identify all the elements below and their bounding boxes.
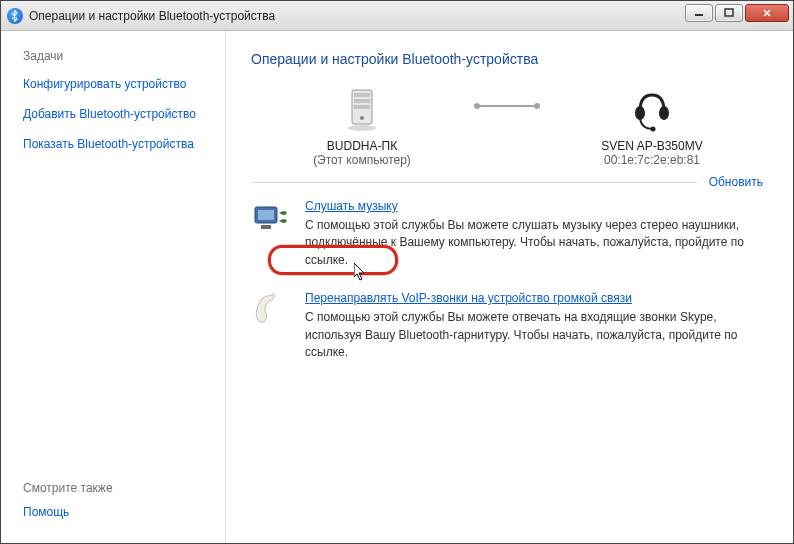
local-device-name: BUDDHA-ПК bbox=[277, 139, 447, 153]
voip-service-icon bbox=[251, 291, 291, 331]
computer-icon bbox=[338, 85, 386, 133]
svg-point-9 bbox=[659, 106, 669, 120]
service-music: Слушать музыку С помощью этой службы Вы … bbox=[251, 199, 763, 269]
local-device-sub: (Этот компьютер) bbox=[277, 153, 447, 167]
service-voip-link[interactable]: Перенаправлять VoIP-звонки на устройство… bbox=[305, 291, 632, 305]
remote-device-name: SVEN AP-B350MV bbox=[567, 139, 737, 153]
svg-point-10 bbox=[651, 127, 656, 132]
headset-icon bbox=[628, 85, 676, 133]
sidebar-item-help[interactable]: Помощь bbox=[23, 505, 211, 519]
window-title: Операции и настройки Bluetooth-устройств… bbox=[29, 9, 275, 23]
bluetooth-icon bbox=[7, 8, 23, 24]
see-also-header: Смотрите также bbox=[23, 481, 211, 495]
refresh-link[interactable]: Обновить bbox=[709, 175, 763, 189]
remote-device-mac: 00:1e:7c:2e:eb:81 bbox=[567, 153, 737, 167]
maximize-button[interactable] bbox=[715, 4, 743, 22]
service-music-link[interactable]: Слушать музыку bbox=[305, 199, 398, 213]
tasks-header: Задачи bbox=[23, 49, 211, 63]
divider bbox=[251, 182, 697, 183]
service-voip: Перенаправлять VoIP-звонки на устройство… bbox=[251, 291, 763, 361]
remote-device: SVEN AP-B350MV 00:1e:7c:2e:eb:81 bbox=[567, 85, 737, 167]
connection-line bbox=[477, 105, 537, 107]
svg-point-8 bbox=[635, 106, 645, 120]
svg-rect-3 bbox=[354, 93, 370, 97]
svg-rect-1 bbox=[725, 9, 733, 16]
page-heading: Операции и настройки Bluetooth-устройств… bbox=[251, 51, 763, 67]
sidebar-item-configure[interactable]: Конфигурировать устройство bbox=[23, 77, 211, 91]
svg-point-6 bbox=[360, 116, 364, 120]
svg-rect-4 bbox=[354, 99, 370, 103]
service-music-desc: С помощью этой службы Вы можете слушать … bbox=[305, 217, 763, 269]
sidebar-item-add[interactable]: Добавить Bluetooth-устройство bbox=[23, 107, 211, 121]
svg-rect-0 bbox=[695, 14, 703, 16]
window-controls bbox=[685, 4, 789, 22]
sidebar: Задачи Конфигурировать устройство Добави… bbox=[1, 31, 226, 543]
svg-rect-12 bbox=[258, 210, 274, 220]
service-voip-desc: С помощью этой службы Вы можете отвечать… bbox=[305, 309, 763, 361]
minimize-button[interactable] bbox=[685, 4, 713, 22]
sidebar-item-show[interactable]: Показать Bluetooth-устройства bbox=[23, 137, 211, 151]
device-pair-row: BUDDHA-ПК (Этот компьютер) SVEN AP-B350M… bbox=[251, 85, 763, 167]
svg-point-7 bbox=[348, 125, 376, 131]
refresh-row: Обновить bbox=[251, 175, 763, 189]
main-panel: Операции и настройки Bluetooth-устройств… bbox=[226, 31, 793, 543]
svg-rect-5 bbox=[354, 105, 370, 109]
close-button[interactable] bbox=[745, 4, 789, 22]
svg-rect-13 bbox=[261, 225, 271, 229]
titlebar: Операции и настройки Bluetooth-устройств… bbox=[1, 1, 793, 31]
music-service-icon bbox=[251, 199, 291, 239]
local-device: BUDDHA-ПК (Этот компьютер) bbox=[277, 85, 447, 167]
